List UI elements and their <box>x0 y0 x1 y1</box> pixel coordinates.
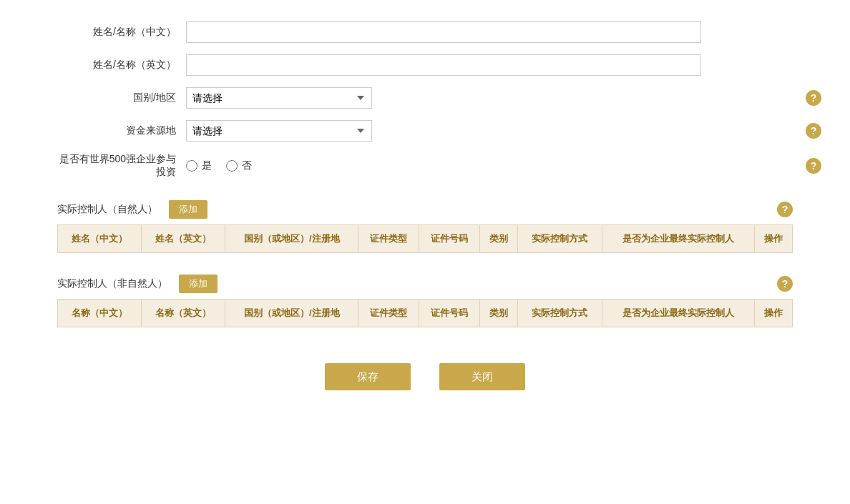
save-button[interactable]: 保存 <box>325 363 411 390</box>
natural-person-col-is-ultimate: 是否为企业最终实际控制人 <box>602 225 754 253</box>
non-natural-person-col-category: 类别 <box>480 300 518 327</box>
country-row: 国别/地区 请选择 ? <box>57 87 793 109</box>
fund-source-row: 资金来源地 请选择 ? <box>57 120 793 142</box>
fund-source-label: 资金来源地 <box>57 124 186 137</box>
non-natural-person-col-operation: 操作 <box>754 300 792 327</box>
natural-person-col-category: 类别 <box>480 225 518 253</box>
name-cn-row: 姓名/名称（中文） <box>57 21 793 43</box>
non-natural-person-title: 实际控制人（非自然人） <box>57 277 167 290</box>
bottom-actions: 保存 关闭 <box>57 356 793 390</box>
non-natural-person-section: 实际控制人（非自然人） 添加 ? 名称（中文） 名称（英文） 国别（或地区）/注… <box>57 267 793 327</box>
non-natural-person-col-control-method: 实际控制方式 <box>518 300 602 327</box>
non-natural-person-col-country: 国别（或地区）/注册地 <box>225 300 358 327</box>
country-select[interactable]: 请选择 <box>186 87 372 109</box>
fortune500-radio-group: 是 否 <box>186 159 252 172</box>
non-natural-person-col-is-ultimate: 是否为企业最终实际控制人 <box>602 300 754 327</box>
non-natural-person-help-icon[interactable]: ? <box>777 276 793 292</box>
fortune500-no-radio[interactable] <box>226 160 238 172</box>
country-help-icon[interactable]: ? <box>806 90 821 106</box>
non-natural-person-col-cert-type: 证件类型 <box>358 300 419 327</box>
natural-person-col-name-en: 姓名（英文） <box>142 225 225 253</box>
natural-person-col-country: 国别（或地区）/注册地 <box>225 225 358 253</box>
fund-source-select[interactable]: 请选择 <box>186 120 372 142</box>
natural-person-col-name-cn: 姓名（中文） <box>58 225 142 253</box>
natural-person-header: 实际控制人（自然人） 添加 ? <box>57 193 793 224</box>
name-cn-label: 姓名/名称（中文） <box>57 26 186 39</box>
fortune500-no-option[interactable]: 否 <box>226 159 252 172</box>
fortune500-help-icon[interactable]: ? <box>806 158 821 174</box>
natural-person-header-row: 姓名（中文） 姓名（英文） 国别（或地区）/注册地 证件类型 证件号码 类别 实… <box>58 225 793 253</box>
non-natural-person-header: 实际控制人（非自然人） 添加 ? <box>57 267 793 299</box>
name-en-label: 姓名/名称（英文） <box>57 59 186 71</box>
natural-person-col-control-method: 实际控制方式 <box>518 225 602 253</box>
natural-person-col-cert-no: 证件号码 <box>419 225 480 253</box>
fortune500-no-label: 否 <box>242 159 252 172</box>
close-button[interactable]: 关闭 <box>439 363 525 390</box>
natural-person-col-operation: 操作 <box>754 225 792 253</box>
natural-person-title: 实际控制人（自然人） <box>57 203 157 216</box>
name-cn-input[interactable] <box>186 21 701 43</box>
natural-person-section: 实际控制人（自然人） 添加 ? 姓名（中文） 姓名（英文） 国别（或地区）/注册… <box>57 193 793 253</box>
natural-person-col-cert-type: 证件类型 <box>358 225 419 253</box>
form-section: 姓名/名称（中文） 姓名/名称（英文） 国别/地区 请选择 ? 资金来源地 请选… <box>57 21 793 179</box>
non-natural-person-header-row: 名称（中文） 名称（英文） 国别（或地区）/注册地 证件类型 证件号码 类别 实… <box>58 300 793 327</box>
non-natural-person-table: 名称（中文） 名称（英文） 国别（或地区）/注册地 证件类型 证件号码 类别 实… <box>57 299 793 327</box>
non-natural-person-col-cert-no: 证件号码 <box>419 300 480 327</box>
natural-person-add-btn[interactable]: 添加 <box>169 200 207 219</box>
fortune500-yes-option[interactable]: 是 <box>186 159 212 172</box>
fortune500-yes-radio[interactable] <box>186 160 197 172</box>
fortune500-label: 是否有世界500强企业参与投资 <box>57 153 186 179</box>
fund-source-help-icon[interactable]: ? <box>806 123 821 139</box>
non-natural-person-col-name-cn: 名称（中文） <box>58 300 142 327</box>
natural-person-help-icon[interactable]: ? <box>777 202 793 217</box>
fortune500-row: 是否有世界500强企业参与投资 是 否 ? <box>57 153 793 179</box>
page-container: 姓名/名称（中文） 姓名/名称（英文） 国别/地区 请选择 ? 资金来源地 请选… <box>0 0 850 504</box>
fortune500-yes-label: 是 <box>202 159 212 172</box>
natural-person-table: 姓名（中文） 姓名（英文） 国别（或地区）/注册地 证件类型 证件号码 类别 实… <box>57 224 793 253</box>
name-en-input[interactable] <box>186 54 701 76</box>
non-natural-person-col-name-en: 名称（英文） <box>142 300 225 327</box>
name-en-row: 姓名/名称（英文） <box>57 54 793 76</box>
non-natural-person-add-btn[interactable]: 添加 <box>179 275 218 293</box>
country-label: 国别/地区 <box>57 92 186 104</box>
